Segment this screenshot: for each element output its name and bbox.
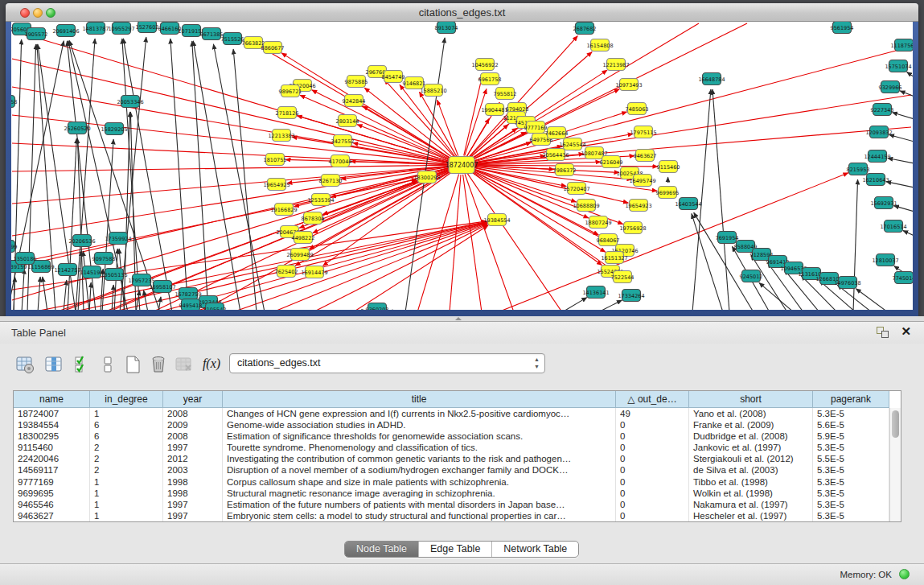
graph-node[interactable]: 19654923 [625, 200, 651, 212]
graph-node[interactable]: 16648784 [698, 73, 725, 85]
network-window-titlebar[interactable]: citations_edges.txt [6, 3, 918, 22]
show-columns-button[interactable] [42, 352, 66, 377]
tab-network-table[interactable]: Network Table [492, 542, 578, 557]
column-header-short[interactable]: short [689, 391, 813, 408]
graph-node[interactable]: 9115460 [657, 161, 680, 173]
graph-node[interactable]: 7955812 [494, 88, 517, 100]
graph-node[interactable]: 9242844 [343, 95, 366, 107]
graph-node[interactable]: 8913074 [435, 22, 458, 34]
function-builder-button[interactable]: f(x) [199, 352, 224, 377]
graph-node[interactable]: 1527602 [136, 22, 159, 33]
graph-node[interactable]: 8860677 [261, 42, 285, 54]
graph-node[interactable]: 17359924 [105, 233, 131, 245]
graph-node[interactable]: 7986372 [553, 164, 577, 176]
graph-node[interactable]: 26099489 [286, 249, 313, 261]
column-header-name[interactable]: name [14, 391, 90, 408]
column-header-in_degree[interactable]: in_degree [90, 391, 163, 408]
graph-node[interactable]: 2687682 [573, 23, 597, 35]
graph-node[interactable]: 1905572 [25, 28, 48, 40]
graph-node[interactable]: 1810755 [264, 154, 287, 166]
table-row[interactable]: 1830029562008Estimation of significance … [14, 431, 889, 442]
graph-node[interactable]: 16782759 [175, 288, 201, 300]
graph-node[interactable]: 17975115 [630, 126, 656, 138]
tab-node-table[interactable]: Node Table [345, 542, 419, 557]
new-column-button[interactable] [121, 352, 145, 377]
float-panel-icon[interactable] [877, 327, 889, 338]
graph-node[interactable]: 12142757 [54, 264, 80, 276]
table-row[interactable]: 1938455462009Genome-wide association stu… [14, 419, 889, 431]
graph-node[interactable]: 15885210 [420, 84, 446, 97]
table-row[interactable]: 1872400712008Changes of HCN gene express… [14, 408, 889, 419]
graph-node[interactable]: 10955297 [108, 23, 134, 35]
table-row[interactable]: 946554611997Estimation of the future num… [14, 499, 889, 510]
graph-node[interactable]: 1350186 [14, 253, 37, 265]
graph-node[interactable]: 18807249 [585, 216, 611, 229]
graph-node[interactable]: 8267130 [319, 175, 343, 187]
graph-node[interactable]: 9561954 [831, 22, 854, 34]
close-panel-icon[interactable]: ✕ [901, 324, 911, 339]
graph-node[interactable]: 12535394 [307, 194, 334, 206]
clear-selection-button[interactable] [97, 352, 121, 377]
graph-node[interactable]: 9684067 [597, 234, 620, 246]
column-header-title[interactable]: title [223, 391, 616, 408]
table-row[interactable]: 1456911722003Disruption of a novel membe… [14, 464, 889, 476]
graph-node[interactable]: 4498222 [292, 232, 315, 244]
graph-node[interactable]: 15720407 [563, 183, 589, 195]
table-options-button[interactable] [13, 352, 37, 377]
column-header-pagerank[interactable]: pagerank [813, 391, 889, 408]
column-header-year[interactable]: year [163, 391, 223, 408]
column-header-out_de[interactable]: △ out_de… [616, 391, 689, 408]
graph-node[interactable]: 13505135 [101, 269, 127, 281]
graph-node[interactable]: 9097588 [92, 253, 116, 265]
graph-node[interactable]: 9245012 [740, 270, 763, 282]
graph-node[interactable]: 9329966 [879, 81, 902, 93]
graph-node[interactable]: 9360203 [366, 303, 389, 311]
table-row[interactable]: 977716911998Corpus callosum shape and si… [14, 476, 889, 488]
graph-node[interactable]: 12444159 [864, 150, 890, 163]
graph-node[interactable]: 16245544 [559, 138, 585, 150]
graph-node[interactable]: 14136141 [582, 286, 609, 299]
graph-node[interactable]: 7462664 [545, 127, 569, 139]
graph-node[interactable]: 6216049 [600, 156, 623, 168]
graph-node[interactable]: 10688809 [573, 200, 599, 212]
table-vertical-scrollbar[interactable] [889, 408, 901, 521]
graph-node[interactable]: 16210643 [862, 174, 889, 186]
graph-node[interactable]: 7485063 [626, 103, 649, 115]
graph-node[interactable]: 8105542 [203, 303, 227, 311]
graph-node[interactable]: 16495749 [629, 175, 655, 187]
graph-node[interactable]: 2073158 [11, 96, 17, 108]
graph-node[interactable]: 18300295 [413, 171, 440, 183]
select-all-button[interactable] [71, 352, 95, 377]
table-selector-dropdown[interactable]: citations_edges.txt ▲▼ [229, 353, 545, 373]
graph-node[interactable]: 6671385 [200, 28, 224, 40]
graph-node[interactable]: 19166829 [270, 204, 297, 216]
graph-node[interactable]: 20691406 [52, 25, 79, 37]
table-row[interactable]: 911546021997Tourette syndrome. Phenomeno… [14, 442, 889, 453]
hub-node[interactable]: 18724007 [446, 157, 478, 174]
graph-node[interactable]: 20053346 [117, 96, 143, 108]
graph-node[interactable]: 8215953 [847, 163, 870, 175]
graph-node[interactable]: 19756928 [619, 222, 646, 234]
graph-node[interactable]: 3427552 [331, 135, 355, 147]
graph-node[interactable]: 14813787 [82, 23, 109, 35]
graph-node[interactable]: 9875885 [345, 76, 368, 88]
graph-node[interactable]: 15692931 [870, 197, 897, 209]
tab-edge-table[interactable]: Edge Table [419, 542, 492, 557]
table-row[interactable]: 2242004622012Investigating the contribut… [14, 453, 889, 464]
graph-node[interactable]: 9463627 [634, 150, 657, 162]
graph-node[interactable]: 16154808 [586, 39, 613, 51]
graph-node[interactable]: 16151327 [601, 252, 627, 264]
scrollbar-thumb[interactable] [892, 410, 899, 438]
graph-node[interactable]: 9896721 [279, 85, 302, 97]
graph-node[interactable]: 4170044 [329, 155, 352, 167]
graph-node[interactable]: 1390599 [11, 241, 17, 253]
graph-node[interactable]: 12810037 [872, 254, 898, 266]
graph-node[interactable]: 7691954 [716, 232, 739, 244]
graph-node[interactable]: 7515526 [221, 33, 244, 45]
graph-node[interactable]: 16914479 [301, 266, 327, 278]
graph-node[interactable]: 9777169 [524, 122, 548, 134]
graph-node[interactable]: 9227343 [871, 104, 894, 116]
graph-node[interactable]: 14976038 [834, 277, 860, 289]
graph-node[interactable]: 9495418 [179, 299, 203, 311]
graph-node[interactable]: 16958107 [149, 281, 175, 293]
